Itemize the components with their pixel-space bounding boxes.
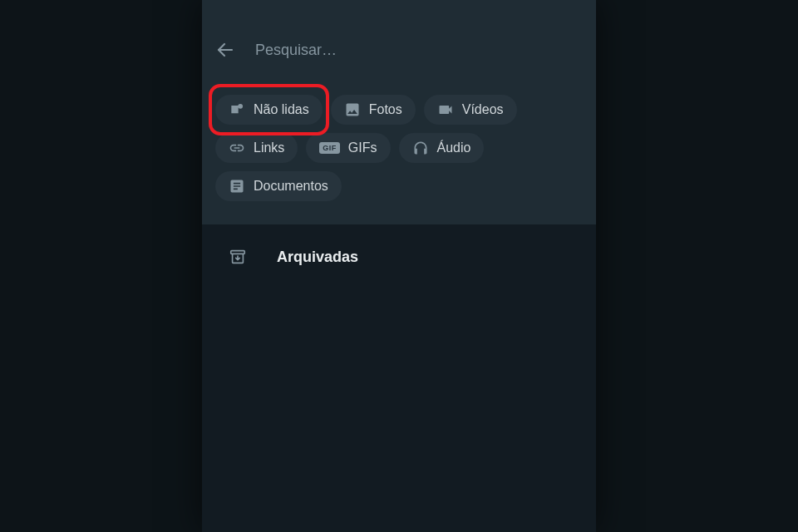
archived-label: Arquivadas <box>277 249 358 266</box>
search-input[interactable] <box>255 42 583 59</box>
chip-audio[interactable]: Áudio <box>399 133 485 163</box>
unread-icon <box>229 101 245 118</box>
search-bar <box>215 0 583 60</box>
svg-point-1 <box>238 104 243 109</box>
link-icon <box>229 140 245 156</box>
archive-icon <box>229 248 247 266</box>
headphones-icon <box>412 140 429 156</box>
chip-label: Vídeos <box>462 102 504 117</box>
back-button[interactable] <box>215 40 235 60</box>
chip-gifs[interactable]: GIF GIFs <box>306 133 390 163</box>
chip-unread[interactable]: Não lidas <box>215 95 323 125</box>
archived-row[interactable]: Arquivadas <box>222 239 576 274</box>
svg-rect-2 <box>231 251 245 254</box>
chip-label: Links <box>254 140 284 155</box>
document-icon <box>229 178 245 195</box>
gif-icon: GIF <box>319 142 340 154</box>
chip-label: Documentos <box>254 179 328 194</box>
chip-videos[interactable]: Vídeos <box>424 95 517 125</box>
chip-label: GIFs <box>348 140 377 155</box>
chip-links[interactable]: Links <box>215 133 298 163</box>
filter-chips: Não lidas Fotos Vídeos Lin <box>215 95 583 201</box>
chip-label: Fotos <box>369 102 402 117</box>
chip-label: Áudio <box>437 140 471 155</box>
app-screen: Não lidas Fotos Vídeos Lin <box>202 0 596 532</box>
results-area: Arquivadas <box>202 224 596 289</box>
arrow-left-icon <box>215 40 235 60</box>
chip-photos[interactable]: Fotos <box>331 95 416 125</box>
search-header: Não lidas Fotos Vídeos Lin <box>202 0 596 224</box>
video-icon <box>437 101 454 118</box>
chip-documents[interactable]: Documentos <box>215 171 342 201</box>
chip-label: Não lidas <box>254 102 309 117</box>
photo-icon <box>344 101 361 118</box>
